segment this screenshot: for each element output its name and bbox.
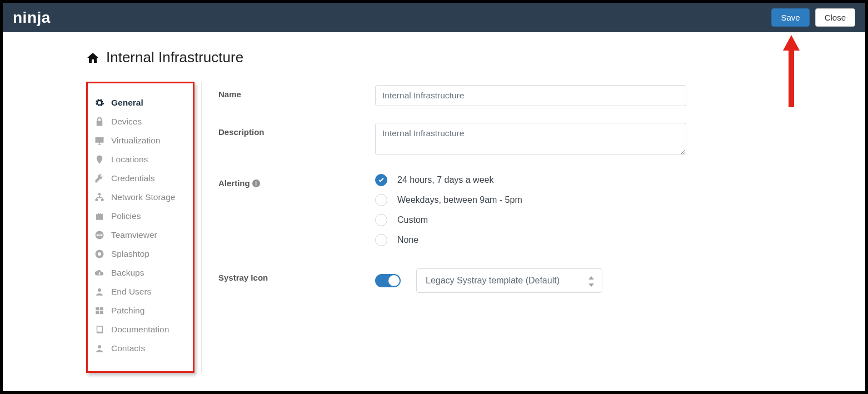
teamviewer-icon: [94, 230, 104, 240]
alerting-radio-group: 24 hours, 7 days a weekWeekdays, between…: [375, 174, 686, 246]
sidebar-item-devices[interactable]: Devices: [91, 112, 189, 131]
name-control: [375, 85, 686, 106]
toggle-knob: [388, 275, 400, 286]
row-systray: Systray Icon Legacy Systray template (De…: [218, 268, 865, 293]
radio-label: None: [397, 235, 418, 245]
gear-icon: [94, 98, 104, 108]
sidebar-item-virtualization[interactable]: Virtualization: [91, 131, 189, 150]
nav-list: GeneralDevicesVirtualizationLocationsCre…: [91, 93, 189, 358]
radio-circle: [375, 174, 387, 186]
key-icon: [94, 173, 104, 183]
page-title: Internal Infrastructure: [106, 49, 243, 66]
sidebar-item-contacts[interactable]: Contacts: [91, 339, 189, 358]
user-icon: [94, 287, 104, 297]
name-label: Name: [218, 85, 375, 106]
sidebar-item-label: General: [111, 98, 143, 108]
divider: [201, 82, 202, 373]
sidebar-item-label: Contacts: [111, 343, 145, 353]
sidebar-item-label: Teamviewer: [111, 230, 157, 240]
alerting-option-1[interactable]: Weekdays, between 9am - 5pm: [375, 194, 686, 206]
sidebar-item-label: Splashtop: [111, 249, 149, 259]
svg-rect-7: [100, 307, 103, 310]
page-header: Internal Infrastructure: [86, 49, 865, 66]
sidebar-item-label: End Users: [111, 287, 151, 297]
sidebar-item-label: Credentials: [111, 173, 154, 183]
svg-rect-1: [96, 199, 98, 201]
alerting-option-2[interactable]: Custom: [375, 214, 686, 226]
app-frame: ninja Save Close Internal Infrastructure…: [3, 3, 865, 391]
systray-control: Legacy Systray template (Default): [375, 268, 686, 293]
pin-icon: [94, 154, 104, 164]
sidebar-item-label: Backups: [111, 268, 144, 278]
network-icon: [94, 192, 104, 202]
systray-select[interactable]: Legacy Systray template (Default): [416, 268, 602, 293]
systray-select-wrap: Legacy Systray template (Default): [416, 268, 602, 293]
radio-label: Weekdays, between 9am - 5pm: [397, 195, 522, 205]
sidebar-item-patching[interactable]: Patching: [91, 301, 189, 320]
book-icon: [94, 325, 104, 335]
svg-rect-6: [96, 307, 99, 310]
row-alerting: Alerting i 24 hours, 7 days a weekWeekda…: [218, 174, 865, 246]
sidebar-item-credentials[interactable]: Credentials: [91, 169, 189, 188]
body-row: GeneralDevicesVirtualizationLocationsCre…: [86, 82, 865, 373]
alerting-option-0[interactable]: 24 hours, 7 days a week: [375, 174, 686, 186]
form-area: Name Description Alerting i: [218, 82, 865, 373]
top-actions: Save Close: [771, 8, 855, 27]
briefcase-icon: [94, 211, 104, 221]
row-name: Name: [218, 85, 865, 106]
info-icon[interactable]: i: [252, 179, 260, 187]
sidebar: GeneralDevicesVirtualizationLocationsCre…: [86, 82, 194, 373]
radio-circle: [375, 234, 387, 246]
radio-circle: [375, 214, 387, 226]
radio-circle: [375, 194, 387, 206]
sidebar-item-end-users[interactable]: End Users: [91, 282, 189, 301]
sidebar-item-splashtop[interactable]: Splashtop: [91, 245, 189, 263]
name-input[interactable]: [375, 85, 686, 106]
sidebar-item-policies[interactable]: Policies: [91, 207, 189, 226]
radio-label: Custom: [397, 215, 428, 225]
row-description: Description: [218, 123, 865, 157]
svg-rect-9: [100, 311, 103, 314]
sidebar-item-label: Devices: [111, 117, 142, 127]
monitor-icon: [94, 136, 104, 146]
radio-label: 24 hours, 7 days a week: [397, 175, 493, 185]
alerting-control: 24 hours, 7 days a weekWeekdays, between…: [375, 174, 686, 246]
sidebar-item-label: Policies: [111, 211, 141, 221]
alerting-label: Alerting i: [218, 174, 375, 246]
sidebar-item-label: Documentation: [111, 325, 169, 335]
sidebar-item-label: Virtualization: [111, 136, 160, 146]
systray-label: Systray Icon: [218, 268, 375, 293]
home-icon: [86, 51, 99, 64]
sidebar-item-teamviewer[interactable]: Teamviewer: [91, 226, 189, 245]
svg-point-5: [98, 288, 101, 292]
description-input[interactable]: [375, 123, 686, 155]
save-button[interactable]: Save: [771, 8, 809, 27]
svg-rect-8: [96, 311, 99, 314]
sidebar-item-label: Locations: [111, 154, 148, 164]
sidebar-item-label: Network Storage: [111, 192, 175, 202]
alerting-option-3[interactable]: None: [375, 234, 686, 246]
sidebar-item-label: Patching: [111, 306, 144, 316]
cloud-icon: [94, 268, 104, 278]
top-bar: ninja Save Close: [3, 3, 865, 32]
close-button[interactable]: Close: [815, 8, 855, 27]
description-label: Description: [218, 123, 375, 157]
sort-icon: [588, 276, 595, 285]
systray-toggle[interactable]: [375, 274, 401, 287]
sidebar-item-locations[interactable]: Locations: [91, 150, 189, 169]
sidebar-item-general[interactable]: General: [91, 93, 189, 112]
sidebar-item-network-storage[interactable]: Network Storage: [91, 188, 189, 207]
lock-icon: [94, 117, 104, 127]
svg-rect-2: [101, 199, 104, 201]
user-icon: [94, 343, 104, 353]
svg-point-10: [98, 345, 101, 348]
logo: ninja: [13, 9, 51, 27]
description-control: [375, 123, 686, 157]
svg-rect-0: [98, 193, 101, 196]
content: Internal Infrastructure GeneralDevicesVi…: [3, 32, 865, 391]
sidebar-item-backups[interactable]: Backups: [91, 263, 189, 282]
alerting-label-text: Alerting: [218, 178, 250, 188]
windows-icon: [94, 306, 104, 316]
sidebar-item-documentation[interactable]: Documentation: [91, 320, 189, 339]
splashtop-icon: [94, 249, 104, 259]
